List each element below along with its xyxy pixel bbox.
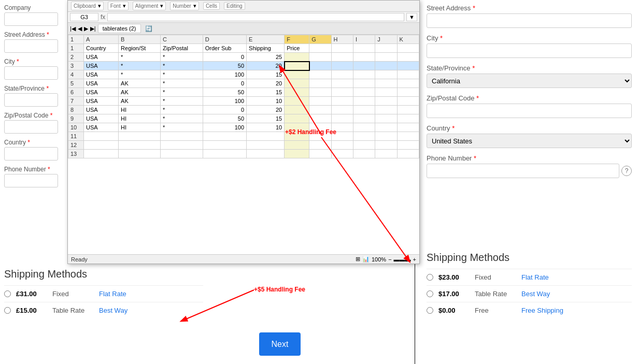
- r-street-input[interactable]: [427, 13, 632, 28]
- cell-8-1[interactable]: USA: [84, 106, 119, 114]
- cell-8-8[interactable]: [331, 106, 353, 114]
- cell-11-2[interactable]: [119, 132, 161, 141]
- cell-9-10[interactable]: [375, 114, 397, 123]
- cell-4-5[interactable]: 15: [247, 70, 285, 79]
- cell-5-11[interactable]: [397, 79, 419, 88]
- cell-5-4[interactable]: 0: [203, 79, 246, 88]
- cell-11-5[interactable]: [247, 132, 285, 141]
- cell-c1[interactable]: Zip/Postal: [160, 44, 203, 53]
- cell-6-0[interactable]: 6: [68, 88, 84, 97]
- sheet-tab[interactable]: tablerates (2): [98, 24, 141, 33]
- cell-6-9[interactable]: [353, 88, 375, 97]
- cell-11-3[interactable]: [160, 132, 203, 141]
- cell-4-11[interactable]: [397, 70, 419, 79]
- cell-3-7[interactable]: [309, 62, 331, 70]
- cell-b1[interactable]: Region/St: [119, 44, 161, 53]
- next-button[interactable]: Next: [259, 332, 301, 356]
- cell-7-11[interactable]: [397, 97, 419, 106]
- cell-7-5[interactable]: 10: [247, 97, 285, 106]
- cell-12-9[interactable]: [353, 141, 375, 150]
- cell-d1[interactable]: Order Sub: [203, 44, 246, 53]
- cell-7-4[interactable]: 100: [203, 97, 246, 106]
- r-shipping-radio-3[interactable]: [427, 307, 433, 314]
- formula-input[interactable]: [107, 13, 404, 21]
- cell-f1[interactable]: Price: [285, 44, 309, 53]
- cell-9-2[interactable]: HI: [119, 114, 161, 123]
- cell-9-5[interactable]: 15: [247, 114, 285, 123]
- cell-4-0[interactable]: 4: [68, 70, 84, 79]
- cell-8-9[interactable]: [353, 106, 375, 114]
- cell-6-6[interactable]: [285, 88, 309, 97]
- cell-10-0[interactable]: 10: [68, 123, 84, 132]
- r-state-select[interactable]: California: [427, 74, 632, 88]
- refresh-icon[interactable]: 🔄: [145, 25, 152, 32]
- cell-12-8[interactable]: [331, 141, 353, 150]
- cell-4-6[interactable]: [285, 70, 309, 79]
- cell-5-8[interactable]: [331, 79, 353, 88]
- cell-5-1[interactable]: USA: [84, 79, 119, 88]
- cell-4-4[interactable]: 100: [203, 70, 246, 79]
- cell-4-2[interactable]: *: [119, 70, 161, 79]
- cell-10-3[interactable]: *: [160, 123, 203, 132]
- cell-2-7[interactable]: [309, 53, 331, 62]
- phone-help-icon[interactable]: ?: [621, 166, 632, 176]
- chart-icon[interactable]: 📊: [362, 256, 370, 263]
- cell-9-0[interactable]: 9: [68, 114, 84, 123]
- cell-6-1[interactable]: USA: [84, 88, 119, 97]
- cell-9-3[interactable]: *: [160, 114, 203, 123]
- cell-13-1[interactable]: [84, 150, 119, 158]
- cell-2-2[interactable]: *: [119, 53, 161, 62]
- cell-5-10[interactable]: [375, 79, 397, 88]
- cell-3-10[interactable]: [375, 62, 397, 70]
- r-shipping-radio-1[interactable]: [427, 274, 433, 281]
- cell-2-5[interactable]: 25: [247, 53, 285, 62]
- cell-9-9[interactable]: [353, 114, 375, 123]
- cell-13-10[interactable]: [375, 150, 397, 158]
- city-input[interactable]: [4, 66, 58, 80]
- cell-11-9[interactable]: [353, 132, 375, 141]
- cell-j1[interactable]: [375, 44, 397, 53]
- cell-9-7[interactable]: [309, 114, 331, 123]
- cell-i1[interactable]: [353, 44, 375, 53]
- cell-7-2[interactable]: AK: [119, 97, 161, 106]
- cell-3-9[interactable]: [353, 62, 375, 70]
- cell-4-1[interactable]: USA: [84, 70, 119, 79]
- cell-11-0[interactable]: 11: [68, 132, 84, 141]
- cell-2-11[interactable]: [397, 53, 419, 62]
- cell-a1[interactable]: Country: [84, 44, 119, 53]
- cell-12-10[interactable]: [375, 141, 397, 150]
- cell-13-2[interactable]: [119, 150, 161, 158]
- zoom-out[interactable]: −: [388, 256, 391, 263]
- zip-input[interactable]: [4, 120, 58, 134]
- cell-3-6[interactable]: [285, 62, 309, 70]
- state-input[interactable]: California: [4, 93, 58, 107]
- cell-3-4[interactable]: 50: [203, 62, 246, 70]
- cell-5-3[interactable]: *: [160, 79, 203, 88]
- cell-8-6[interactable]: [285, 106, 309, 114]
- cell-13-6[interactable]: [285, 150, 309, 158]
- cell-3-5[interactable]: 20: [247, 62, 285, 70]
- cell-4-9[interactable]: [353, 70, 375, 79]
- nav-last[interactable]: ▶|: [90, 25, 96, 32]
- nav-prev[interactable]: ◀: [78, 25, 82, 32]
- r-city-input[interactable]: [427, 43, 632, 58]
- cell-12-3[interactable]: [160, 141, 203, 150]
- cell-12-1[interactable]: [84, 141, 119, 150]
- cell-5-6[interactable]: [285, 79, 309, 88]
- country-input[interactable]: United States: [4, 147, 58, 161]
- cell-3-1[interactable]: USA: [84, 62, 119, 70]
- cell-8-10[interactable]: [375, 106, 397, 114]
- cell-9-1[interactable]: USA: [84, 114, 119, 123]
- formula-expand[interactable]: ▼: [406, 13, 417, 21]
- cell-7-6[interactable]: [285, 97, 309, 106]
- cell-6-5[interactable]: 15: [247, 88, 285, 97]
- cell-8-5[interactable]: 20: [247, 106, 285, 114]
- cell-4-8[interactable]: [331, 70, 353, 79]
- grid-icon[interactable]: ⊞: [356, 256, 360, 263]
- cell-12-4[interactable]: [203, 141, 246, 150]
- cell-13-11[interactable]: [397, 150, 419, 158]
- cell-e1[interactable]: Shipping: [247, 44, 285, 53]
- cell-8-0[interactable]: 8: [68, 106, 84, 114]
- cell-12-11[interactable]: [397, 141, 419, 150]
- cell-8-2[interactable]: HI: [119, 106, 161, 114]
